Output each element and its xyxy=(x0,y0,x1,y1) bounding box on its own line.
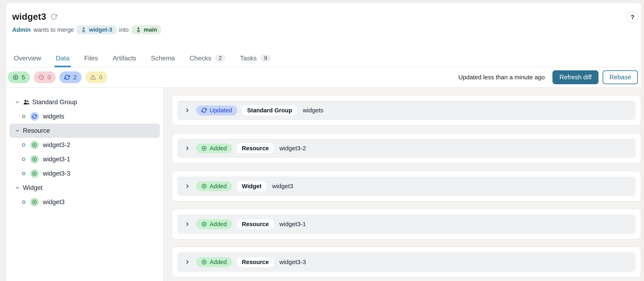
bullet-icon xyxy=(22,115,25,118)
rotate-cw-icon[interactable] xyxy=(50,13,57,20)
tree-item-widget3-2[interactable]: widget3-2 xyxy=(10,138,160,152)
chevron-down-icon xyxy=(15,100,20,104)
status-badge: Added xyxy=(196,143,232,153)
tab-label: Tasks xyxy=(240,54,257,62)
diff-list: UpdatedStandard GroupwidgetsAddedResourc… xyxy=(164,88,641,281)
status-badge-label: Added xyxy=(210,183,227,190)
tab-artifacts[interactable]: Artifacts xyxy=(112,49,138,67)
tab-tasks[interactable]: Tasks9 xyxy=(239,49,272,67)
plus-circle-icon xyxy=(30,141,39,149)
tab-files[interactable]: Files xyxy=(83,49,99,67)
tab-schema[interactable]: Schema xyxy=(150,49,176,67)
status-badge: Added xyxy=(196,181,232,191)
refresh-diff-button[interactable]: Refresh diff xyxy=(552,70,598,84)
status-badge: Added xyxy=(196,257,232,267)
diff-card: AddedResourcewidget3-2 xyxy=(172,133,641,164)
tab-label: Overview xyxy=(14,54,41,62)
chevron-right-icon[interactable] xyxy=(185,222,190,227)
plus-circle-icon xyxy=(30,169,39,178)
entity-name: widget3 xyxy=(272,183,293,190)
diff-row[interactable]: AddedResourcewidget3-2 xyxy=(178,139,636,158)
bullet-icon xyxy=(22,172,25,175)
diff-toolbar: 5020 Updated less than a minute ago Refr… xyxy=(6,67,641,88)
entity-type-badge: Widget xyxy=(237,181,266,191)
tree-group-resource[interactable]: Resource xyxy=(10,124,160,138)
chevron-right-icon[interactable] xyxy=(185,184,190,189)
target-branch-label: main xyxy=(144,26,157,33)
source-branch-badge[interactable]: widget-3 xyxy=(77,25,116,34)
refresh-icon xyxy=(30,112,39,121)
bullet-icon xyxy=(22,200,25,204)
rebase-button[interactable]: Rebase xyxy=(602,70,638,84)
tree-item-label: widgets xyxy=(43,113,64,120)
tree-item-widgets[interactable]: widgets xyxy=(10,109,160,124)
stat-pill-updated[interactable]: 2 xyxy=(59,71,82,83)
branch-icon xyxy=(81,27,86,33)
chevron-down-icon xyxy=(15,128,20,133)
warning-icon xyxy=(90,74,96,80)
tree-group-standard-group[interactable]: Standard Group xyxy=(10,95,160,109)
tree-item-label: widget3-3 xyxy=(43,170,70,177)
target-branch-badge[interactable]: main xyxy=(132,25,161,34)
tab-checks[interactable]: Checks2 xyxy=(188,49,226,67)
header: widget3 ? Admin wants to merge widget-3 … xyxy=(6,3,641,35)
diff-row[interactable]: AddedWidgetwidget3 xyxy=(178,176,636,196)
entity-name: widget3-1 xyxy=(280,221,306,228)
diff-card: UpdatedStandard Groupwidgets xyxy=(172,95,641,126)
status-badge-label: Updated xyxy=(210,107,232,114)
tab-label: Checks xyxy=(190,54,211,62)
tab-data[interactable]: Data xyxy=(54,49,71,67)
stat-pill-removed[interactable]: 0 xyxy=(34,71,56,83)
diff-card: AddedWidgetwidget3 xyxy=(172,171,641,202)
chevron-right-icon[interactable] xyxy=(185,260,190,265)
tree-item-widget3[interactable]: widget3 xyxy=(10,195,160,209)
plus-circle-icon xyxy=(13,74,18,80)
entity-name: widget3-3 xyxy=(280,258,306,266)
diff-row[interactable]: UpdatedStandard Groupwidgets xyxy=(178,101,636,120)
merge-request-card: widget3 ? Admin wants to merge widget-3 … xyxy=(6,2,642,281)
chevron-right-icon[interactable] xyxy=(185,108,190,113)
diff-tree-sidebar: Standard GroupwidgetsResourcewidget3-2wi… xyxy=(6,88,164,281)
tab-label: Artifacts xyxy=(113,54,136,62)
tree-item-widget3-1[interactable]: widget3-1 xyxy=(10,152,160,166)
bullet-icon xyxy=(22,158,25,161)
branch-icon xyxy=(136,27,141,33)
tree-item-widget3-3[interactable]: widget3-3 xyxy=(10,166,160,181)
last-updated-text: Updated less than a minute ago xyxy=(458,74,545,81)
status-badge: Added xyxy=(196,219,232,229)
diff-row[interactable]: AddedResourcewidget3-1 xyxy=(178,214,636,234)
author-name: Admin xyxy=(12,26,30,33)
stat-pill-added[interactable]: 5 xyxy=(8,71,30,83)
tab-label: Schema xyxy=(151,54,175,62)
merge-action-text: wants to merge xyxy=(34,26,74,33)
tab-overview[interactable]: Overview xyxy=(13,49,42,67)
plus-circle-icon xyxy=(202,146,207,151)
stat-pill-warning[interactable]: 0 xyxy=(85,71,108,83)
tree-group-label: Widget xyxy=(23,184,42,192)
stat-value: 0 xyxy=(48,74,51,81)
diff-stats: 5020 xyxy=(8,71,108,83)
diff-row[interactable]: AddedResourcewidget3-3 xyxy=(178,252,636,272)
entity-type-badge: Standard Group xyxy=(242,106,297,116)
entity-type-badge: Resource xyxy=(237,257,274,267)
stat-value: 2 xyxy=(73,74,77,81)
users-icon xyxy=(23,99,30,106)
entity-name: widgets xyxy=(303,107,324,114)
tab-count-badge: 2 xyxy=(215,55,225,62)
plus-circle-icon xyxy=(30,198,39,206)
status-badge: Updated xyxy=(196,106,237,116)
tab-label: Files xyxy=(84,54,98,62)
bullet-icon xyxy=(22,143,25,146)
page-title: widget3 xyxy=(12,12,46,22)
tree-group-widget[interactable]: Widget xyxy=(10,181,160,195)
help-button[interactable]: ? xyxy=(626,11,639,23)
chevron-right-icon[interactable] xyxy=(185,146,190,151)
plus-circle-icon xyxy=(202,222,207,227)
status-badge-label: Added xyxy=(210,145,227,152)
tab-bar: OverviewDataFilesArtifactsSchemaChecks2T… xyxy=(6,49,641,67)
status-badge-label: Added xyxy=(210,221,227,228)
stat-value: 0 xyxy=(99,74,102,81)
diff-card: AddedResourcewidget3-1 xyxy=(172,209,641,240)
source-branch-label: widget-3 xyxy=(89,26,112,33)
tree-item-label: widget3-1 xyxy=(43,156,70,163)
